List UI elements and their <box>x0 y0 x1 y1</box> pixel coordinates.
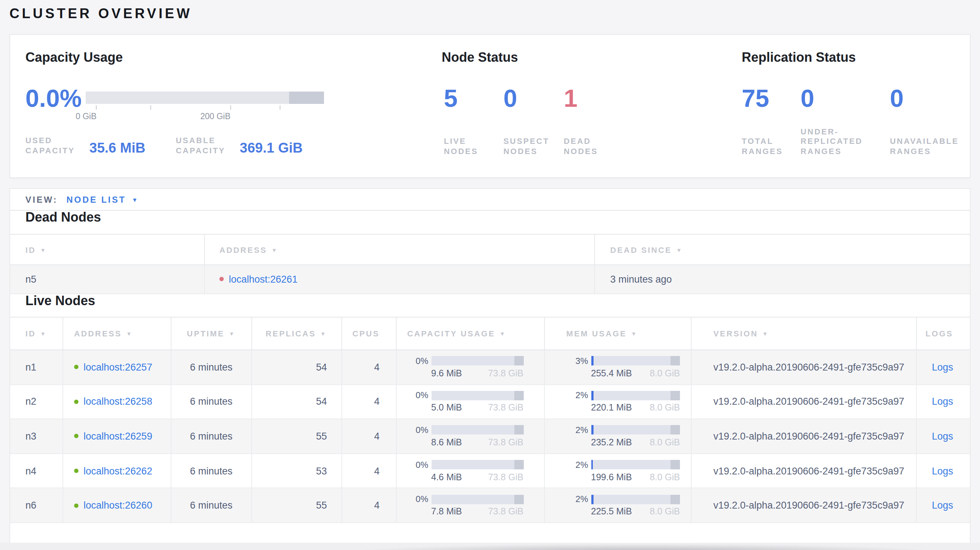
node-capacity-usage-cell: 0% 7.8 MiB73.8 GiB <box>396 489 544 523</box>
node-mem-usage-cell: 2% 225.5 MiB8.0 GiB <box>544 489 691 523</box>
node-cpus: 4 <box>341 454 396 489</box>
node-logs-cell: Logs <box>916 419 970 454</box>
live-nodes-stat: 5 LIVE NODES <box>444 86 501 157</box>
dead-col-header-address[interactable]: ADDRESS▼ <box>204 234 594 265</box>
used-capacity-stat: USED CAPACITY 35.6 MiB <box>25 136 145 156</box>
node-replicas: 55 <box>251 419 341 454</box>
dead-col-header-id[interactable]: ID▼ <box>10 234 204 265</box>
node-address-cell: localhost:26257 <box>62 350 171 385</box>
node-cpus: 4 <box>341 489 396 523</box>
node-address-link[interactable]: localhost:26260 <box>84 500 152 511</box>
live-nodes-value: 5 <box>444 86 458 110</box>
node-uptime: 6 minutes <box>171 385 251 419</box>
view-bar: VIEW: NODE LIST ▼ <box>10 188 970 211</box>
live-col-header-capacity-usage[interactable]: CAPACITY USAGE▼ <box>396 316 544 350</box>
axis-tick: 0 GiB <box>86 105 107 121</box>
capacity-percent-value: 0.0% <box>25 86 82 110</box>
unavailable-ranges-value: 0 <box>890 86 904 110</box>
capacity-bar <box>431 391 523 401</box>
view-dropdown[interactable]: NODE LIST ▼ <box>67 194 138 205</box>
node-address-link[interactable]: localhost:26259 <box>84 431 152 442</box>
capacity-usage-title: Capacity Usage <box>25 50 123 65</box>
usable-capacity-value: 369.1 GiB <box>240 140 302 156</box>
unavailable-ranges-label: UNAVAILABLE RANGES <box>890 137 970 156</box>
live-col-header-uptime[interactable]: UPTIME▼ <box>171 316 251 350</box>
live-col-header-id[interactable]: ID▼ <box>10 316 62 350</box>
node-status-title: Node Status <box>442 50 518 65</box>
suspect-nodes-value: 0 <box>503 86 517 110</box>
dead-status-dot-icon <box>220 277 224 281</box>
logs-link[interactable]: Logs <box>932 500 953 511</box>
node-cpus: 4 <box>341 350 396 385</box>
dead-nodes-stat: 1 DEAD NODES <box>564 86 620 157</box>
node-uptime: 6 minutes <box>171 419 251 454</box>
dead-nodes-heading: Dead Nodes <box>10 211 970 224</box>
node-address-cell: localhost:26260 <box>62 489 171 523</box>
replication-status-title: Replication Status <box>742 50 856 65</box>
capacity-bar <box>431 356 523 366</box>
node-address-link[interactable]: localhost:26258 <box>84 396 152 407</box>
live-col-header-address[interactable]: ADDRESS▼ <box>62 316 171 350</box>
node-logs-cell: Logs <box>916 454 970 489</box>
live-col-header-mem-usage[interactable]: MEM USAGE▼ <box>544 316 691 350</box>
logs-link[interactable]: Logs <box>932 465 953 476</box>
view-dropdown-value[interactable]: NODE LIST <box>67 194 126 205</box>
page-title: CLUSTER OVERVIEW <box>10 6 192 22</box>
suspect-nodes-stat: 0 SUSPECT NODES <box>503 86 560 157</box>
capacity-usage-bar <box>86 92 324 104</box>
dead-nodes-value: 1 <box>564 86 578 110</box>
node-logs-cell: Logs <box>916 350 970 385</box>
node-mem-usage-cell: 3% 255.4 MiB8.0 GiB <box>544 350 691 385</box>
node-capacity-usage-cell: 0% 8.6 MiB73.8 GiB <box>396 419 544 454</box>
live-status-dot-icon <box>74 503 78 507</box>
node-capacity-usage-cell: 0% 4.6 MiB73.8 GiB <box>396 454 544 489</box>
nodes-panel: Dead Nodes ID▼ ADDRESS▼ DEAD SINCE▼ n5 l… <box>10 211 970 543</box>
node-version: v19.2.0-alpha.20190606-2491-gfe735c9a97 <box>691 454 916 489</box>
capacity-bar <box>431 494 523 504</box>
usable-capacity-label: USABLE CAPACITY <box>176 136 237 156</box>
sort-arrow-icon: ▼ <box>40 246 47 253</box>
live-nodes-heading: Live Nodes <box>10 294 970 308</box>
node-uptime: 6 minutes <box>171 350 251 385</box>
node-mem-usage-cell: 2% 235.2 MiB8.0 GiB <box>544 419 691 454</box>
axis-tick <box>150 105 151 112</box>
dead-col-header-dead-since[interactable]: DEAD SINCE▼ <box>594 234 970 265</box>
sort-arrow-icon: ▼ <box>762 330 769 337</box>
logs-link[interactable]: Logs <box>932 431 953 442</box>
node-address-link[interactable]: localhost:26257 <box>84 362 152 373</box>
total-ranges-label: TOTAL RANGES <box>742 137 790 156</box>
view-label: VIEW: <box>25 194 58 205</box>
chevron-down-icon: ▼ <box>132 196 138 203</box>
node-id: n3 <box>10 419 62 454</box>
under-replicated-ranges-label: UNDER-REPLICATED RANGES <box>800 127 873 156</box>
node-version: v19.2.0-alpha.20190606-2491-gfe735c9a97 <box>691 350 916 385</box>
live-nodes-table: ID▼ ADDRESS▼ UPTIME▼ REPLICAS▼ CPUS CAPA… <box>10 316 970 523</box>
live-status-dot-icon <box>74 400 78 404</box>
node-address-link[interactable]: localhost:26262 <box>84 465 152 476</box>
sort-arrow-icon: ▼ <box>320 330 327 337</box>
dead-node-address-cell: localhost:26261 <box>204 265 594 294</box>
node-replicas: 55 <box>251 489 341 523</box>
live-nodes-label: LIVE NODES <box>444 137 495 156</box>
node-logs-cell: Logs <box>916 385 970 419</box>
under-replicated-ranges-stat: 0 UNDER-REPLICATED RANGES <box>800 86 879 157</box>
node-address-cell: localhost:26262 <box>62 454 171 489</box>
live-col-header-replicas[interactable]: REPLICAS▼ <box>251 316 341 350</box>
dead-node-address-link[interactable]: localhost:26261 <box>229 274 298 285</box>
live-status-dot-icon <box>74 469 78 473</box>
sort-arrow-icon: ▼ <box>676 246 683 253</box>
live-status-dot-icon <box>74 365 78 369</box>
logs-link[interactable]: Logs <box>932 396 953 407</box>
node-address-cell: localhost:26258 <box>62 385 171 419</box>
used-capacity-value: 35.6 MiB <box>89 140 145 156</box>
dead-node-id: n5 <box>10 265 204 294</box>
sort-arrow-icon: ▼ <box>271 246 278 253</box>
logs-link[interactable]: Logs <box>932 362 953 373</box>
node-version: v19.2.0-alpha.20190606-2491-gfe735c9a97 <box>691 419 916 454</box>
live-status-dot-icon <box>74 434 78 439</box>
node-replicas: 54 <box>251 350 341 385</box>
usable-capacity-stat: USABLE CAPACITY 369.1 GiB <box>176 136 302 156</box>
node-id: n2 <box>10 385 62 419</box>
cluster-overview-page: CLUSTER OVERVIEW Capacity Usage 0.0% 0 G… <box>0 0 980 550</box>
live-col-header-version[interactable]: VERSION▼ <box>691 316 916 350</box>
